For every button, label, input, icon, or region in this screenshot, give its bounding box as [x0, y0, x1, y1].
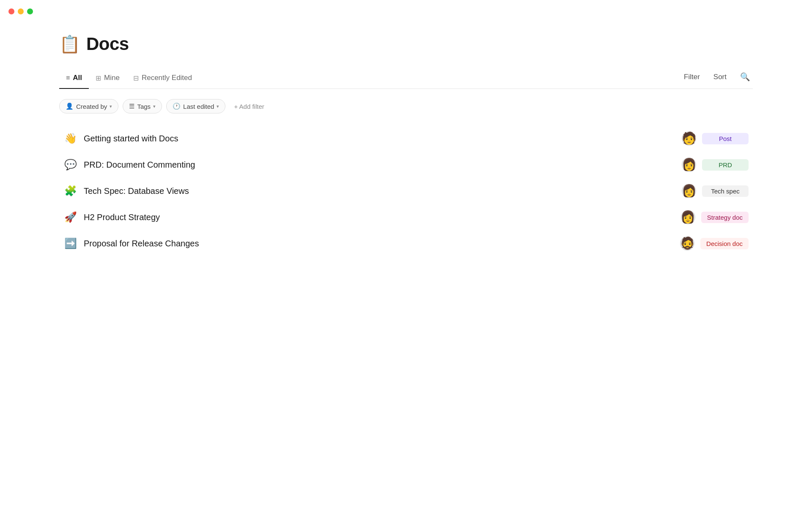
- sort-button[interactable]: Sort: [711, 71, 729, 83]
- grid-icon: ⊞: [96, 74, 101, 82]
- page-header: 📋 Docs: [59, 34, 753, 54]
- tag-3: Tech spec: [702, 185, 749, 197]
- created-by-label: Created by: [76, 103, 107, 110]
- doc-title-4: H2 Product Strategy: [84, 213, 160, 222]
- filter-tags[interactable]: ☰ Tags ▾: [123, 99, 162, 113]
- tag-1: Post: [702, 133, 749, 144]
- doc-right-3: 👩 Tech spec: [682, 184, 749, 198]
- avatar-3: 👩: [682, 184, 696, 198]
- chevron-down-icon: ▾: [153, 104, 156, 109]
- avatar-4: 👩: [681, 210, 695, 224]
- filter-last-edited[interactable]: 🕐 Last edited ▾: [166, 99, 225, 113]
- doc-title-3: Tech Spec: Database Views: [84, 186, 189, 196]
- avatar-2: 👩: [682, 157, 696, 172]
- list-icon: ≡: [66, 74, 70, 82]
- doc-title-2: PRD: Document Commenting: [84, 160, 195, 170]
- doc-right-1: 🧑 Post: [682, 131, 749, 146]
- last-edited-label: Last edited: [183, 103, 214, 110]
- doc-row-2[interactable]: 💬 PRD: Document Commenting 👩 PRD: [59, 152, 753, 178]
- tag-2: PRD: [702, 159, 749, 171]
- doc-emoji-4: 🚀: [63, 211, 78, 223]
- doc-emoji-3: 🧩: [63, 185, 78, 197]
- minimize-button[interactable]: [18, 8, 24, 14]
- chevron-down-icon: ▾: [217, 104, 219, 109]
- doc-row-1[interactable]: 👋 Getting started with Docs 🧑 Post: [59, 125, 753, 152]
- doc-title-5: Proposal for Release Changes: [84, 239, 199, 248]
- doc-left-3: 🧩 Tech Spec: Database Views: [63, 185, 189, 197]
- doc-emoji-1: 👋: [63, 133, 78, 144]
- doc-left-4: 🚀 H2 Product Strategy: [63, 211, 160, 223]
- doc-row-5[interactable]: ➡️ Proposal for Release Changes 🧔 Decisi…: [59, 230, 753, 257]
- traffic-lights: [8, 8, 33, 14]
- close-button[interactable]: [8, 8, 14, 14]
- doc-left-5: ➡️ Proposal for Release Changes: [63, 237, 199, 249]
- tab-all[interactable]: ≡ All: [59, 69, 89, 89]
- doc-title-1: Getting started with Docs: [84, 134, 178, 144]
- doc-left-1: 👋 Getting started with Docs: [63, 133, 178, 144]
- doc-emoji-5: ➡️: [63, 237, 78, 249]
- tabs-right: Filter Sort 🔍: [681, 70, 753, 88]
- created-by-icon: 👤: [66, 102, 74, 110]
- tags-label: Tags: [137, 103, 151, 110]
- page-title: Docs: [86, 34, 129, 54]
- tags-icon: ☰: [129, 102, 134, 110]
- tag-4: Strategy doc: [701, 212, 749, 223]
- add-filter-button[interactable]: + Add filter: [230, 100, 268, 113]
- clock-icon: 🕐: [173, 102, 181, 110]
- filter-created-by[interactable]: 👤 Created by ▾: [59, 99, 118, 113]
- doc-row-3[interactable]: 🧩 Tech Spec: Database Views 👩 Tech spec: [59, 178, 753, 204]
- doc-right-5: 🧔 Decision doc: [680, 236, 749, 251]
- avatar-5: 🧔: [680, 236, 694, 251]
- main-content: 📋 Docs ≡ All ⊞ Mine ⊟ Recently Edited Fi…: [0, 0, 812, 290]
- tab-mine-label: Mine: [104, 74, 120, 82]
- doc-left-2: 💬 PRD: Document Commenting: [63, 159, 195, 171]
- tab-recently-edited-label: Recently Edited: [142, 74, 192, 82]
- filter-row: 👤 Created by ▾ ☰ Tags ▾ 🕐 Last edited ▾ …: [59, 99, 753, 113]
- doc-right-2: 👩 PRD: [682, 157, 749, 172]
- tab-mine[interactable]: ⊞ Mine: [89, 69, 126, 89]
- tabs-left: ≡ All ⊞ Mine ⊟ Recently Edited: [59, 69, 199, 88]
- page-icon: 📋: [59, 34, 80, 54]
- tabs-row: ≡ All ⊞ Mine ⊟ Recently Edited Filter So…: [59, 69, 753, 89]
- doc-right-4: 👩 Strategy doc: [681, 210, 749, 224]
- maximize-button[interactable]: [27, 8, 33, 14]
- recently-edited-icon: ⊟: [133, 74, 139, 82]
- avatar-1: 🧑: [682, 131, 696, 146]
- doc-emoji-2: 💬: [63, 159, 78, 171]
- tag-5: Decision doc: [700, 238, 749, 249]
- chevron-down-icon: ▾: [110, 104, 112, 109]
- doc-row-4[interactable]: 🚀 H2 Product Strategy 👩 Strategy doc: [59, 204, 753, 230]
- document-list: 👋 Getting started with Docs 🧑 Post 💬 PRD…: [59, 125, 753, 257]
- tab-recently-edited[interactable]: ⊟ Recently Edited: [126, 69, 199, 89]
- search-button[interactable]: 🔍: [738, 70, 753, 83]
- filter-button[interactable]: Filter: [681, 71, 702, 83]
- tab-all-label: All: [73, 74, 82, 82]
